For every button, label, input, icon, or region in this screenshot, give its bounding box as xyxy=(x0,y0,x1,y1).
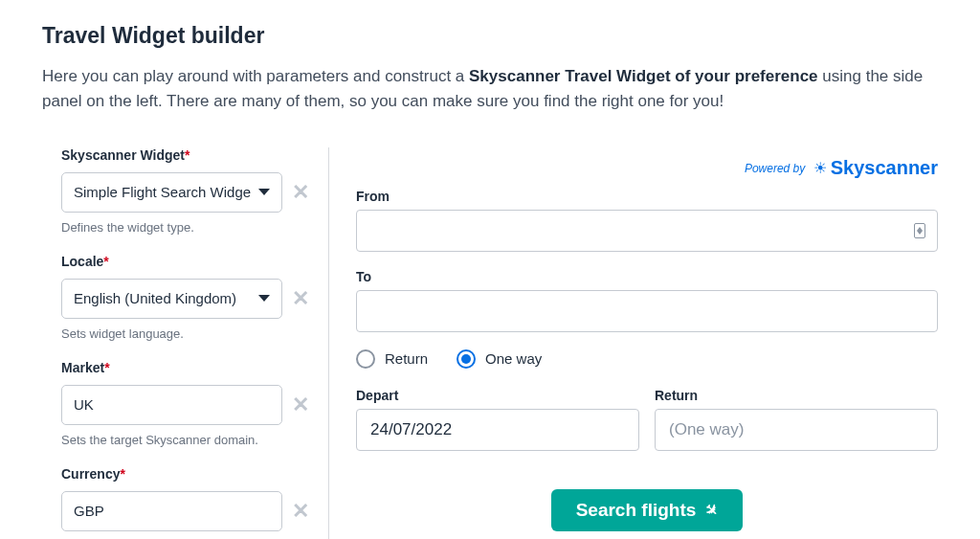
depart-label: Depart xyxy=(356,388,639,403)
skyscanner-wordmark: Skyscanner xyxy=(831,157,938,179)
from-input[interactable] xyxy=(356,210,938,252)
depart-date-value: 24/07/2022 xyxy=(370,420,452,439)
required-marker: * xyxy=(120,466,124,482)
airplane-icon: ✈ xyxy=(702,499,724,521)
market-input[interactable]: UK xyxy=(61,385,282,425)
settings-sidebar: Skyscanner Widget* Simple Flight Search … xyxy=(42,147,329,539)
powered-by-text: Powered by xyxy=(745,161,805,174)
market-help: Sets the target Skyscanner domain. xyxy=(61,433,309,447)
required-marker: * xyxy=(103,254,108,269)
market-label: Market* xyxy=(61,360,309,375)
locale-value: English (United Kingdom) xyxy=(74,290,236,306)
swap-icon[interactable] xyxy=(914,223,925,238)
powered-by: Powered by ☀ Skyscanner xyxy=(356,157,938,179)
trip-type-oneway-radio[interactable]: One way xyxy=(457,349,542,369)
widget-type-select[interactable]: Simple Flight Search Widge xyxy=(61,172,282,213)
search-flights-button[interactable]: Search flights ✈ xyxy=(551,489,744,531)
to-input[interactable] xyxy=(356,290,938,332)
from-label: From xyxy=(356,189,938,204)
market-value: UK xyxy=(74,396,94,413)
return-label: Return xyxy=(655,388,938,403)
widget-preview: Powered by ☀ Skyscanner From To Return xyxy=(329,147,938,539)
clear-widget-type-icon[interactable]: ✕ xyxy=(292,182,309,203)
locale-help: Sets widget language. xyxy=(61,326,309,341)
clear-currency-icon[interactable]: ✕ xyxy=(292,501,309,522)
intro-text: Here you can play around with parameters… xyxy=(42,64,938,115)
currency-input[interactable]: GBP xyxy=(61,491,282,531)
widget-type-label: Skyscanner Widget* xyxy=(61,147,309,163)
clear-locale-icon[interactable]: ✕ xyxy=(292,288,309,309)
return-date-input[interactable]: (One way) xyxy=(655,409,938,451)
trip-type-oneway-label: One way xyxy=(485,350,542,367)
clear-market-icon[interactable]: ✕ xyxy=(292,394,309,415)
widget-type-help: Defines the widget type. xyxy=(61,220,309,235)
locale-select[interactable]: English (United Kingdom) xyxy=(61,279,282,319)
trip-type-return-radio[interactable]: Return xyxy=(356,349,428,369)
page-title: Travel Widget builder xyxy=(42,23,938,49)
radio-icon xyxy=(356,349,375,369)
return-date-placeholder: (One way) xyxy=(669,420,744,439)
intro-pre: Here you can play around with parameters… xyxy=(42,67,469,85)
depart-date-input[interactable]: 24/07/2022 xyxy=(356,409,639,451)
currency-label: Currency* xyxy=(61,466,309,482)
caret-down-icon xyxy=(258,189,270,195)
to-label: To xyxy=(356,269,938,284)
currency-value: GBP xyxy=(74,503,104,519)
locale-label: Locale* xyxy=(61,254,309,269)
search-flights-label: Search flights xyxy=(576,500,697,521)
widget-type-value: Simple Flight Search Widge xyxy=(74,184,251,200)
skyscanner-logo: ☀ Skyscanner xyxy=(813,157,938,179)
trip-type-return-label: Return xyxy=(385,350,428,367)
radio-icon xyxy=(457,349,476,369)
sunrise-icon: ☀ xyxy=(813,159,827,177)
required-marker: * xyxy=(104,360,109,375)
caret-down-icon xyxy=(258,295,270,302)
intro-bold: Skyscanner Travel Widget of your prefere… xyxy=(469,67,822,85)
required-marker: * xyxy=(185,147,189,163)
